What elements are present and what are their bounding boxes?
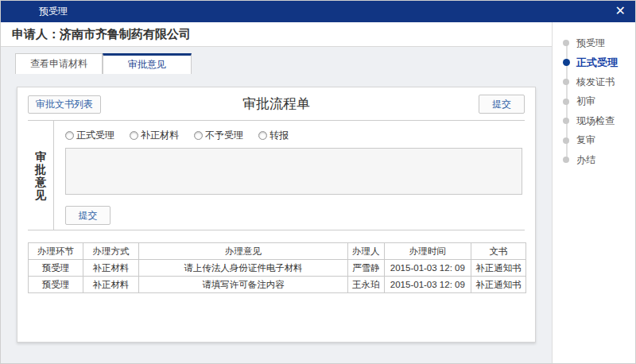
col-header-mode: 办理方式	[83, 243, 138, 260]
step-completed[interactable]: 办结	[553, 150, 635, 170]
step-dot-icon	[563, 137, 569, 144]
step-dot-icon	[563, 59, 570, 66]
cell-doc: 补正通知书	[471, 260, 526, 277]
tab-bar: 查看申请材料 审批意见	[15, 53, 192, 74]
col-header-step: 办理环节	[29, 243, 83, 260]
approval-flow-card: 审批文书列表 审批流程单 提交 审 批 意 见 正式受理 补正材料	[17, 87, 536, 343]
step-dot-icon	[563, 99, 569, 105]
step-dot-icon	[563, 118, 569, 124]
step-re-review[interactable]: 复审	[553, 131, 635, 151]
cell-step: 预受理	[29, 260, 83, 277]
cell-person: 王永珀	[347, 277, 384, 293]
cell-mode: 补正材料	[83, 277, 138, 293]
opinion-textarea[interactable]	[65, 148, 522, 195]
cell-doc: 补正通知书	[471, 277, 526, 293]
radio-supplement-materials[interactable]: 补正材料	[130, 129, 179, 142]
submit-opinion-button[interactable]: 提交	[65, 206, 111, 225]
decision-radio-row: 正式受理 补正材料 不予受理 转报	[65, 130, 522, 141]
col-header-opinion: 办理意见	[138, 243, 347, 260]
opinion-form: 正式受理 补正材料 不予受理 转报 提交	[55, 121, 525, 230]
dialog-title: 预受理	[1, 1, 635, 22]
card-title: 审批流程单	[28, 87, 525, 121]
cell-time: 2015-01-03 12: 09	[384, 260, 471, 277]
card-header: 审批文书列表 审批流程单 提交	[28, 87, 525, 121]
dialog-titlebar: 预受理 ✕	[1, 1, 635, 22]
opinion-section-label: 审 批 意 见	[28, 121, 54, 230]
col-header-doc: 文书	[471, 243, 526, 260]
approval-log-table: 办理环节 办理方式 办理意见 办理人 办理时间 文书 预受理 补正材料 请上传法…	[28, 242, 526, 293]
table-header-row: 办理环节 办理方式 办理意见 办理人 办理时间 文书	[29, 243, 526, 260]
applicant-header: 申请人：济南市齐鲁制药有限公司	[1, 22, 553, 47]
tab-approval-opinion[interactable]: 审批意见	[103, 53, 192, 74]
step-dot-icon	[563, 157, 569, 163]
cell-step: 预受理	[29, 277, 83, 293]
cell-opinion: 请填写许可备注内容	[138, 277, 347, 293]
table-row: 预受理 补正材料 请上传法人身份证件电子材料 严雪静 2015-01-03 12…	[29, 260, 526, 277]
step-pre-acceptance[interactable]: 预受理	[553, 33, 635, 53]
radio-icon[interactable]	[65, 131, 74, 140]
col-header-time: 办理时间	[384, 243, 471, 260]
opinion-form-region: 审 批 意 见 正式受理 补正材料 不予受理	[28, 121, 525, 230]
step-dot-icon	[563, 40, 569, 46]
cell-person: 严雪静	[347, 260, 384, 277]
cell-time: 2015-01-03 12: 09	[384, 277, 471, 293]
step-initial-review[interactable]: 初审	[553, 92, 635, 112]
applicant-name: 申请人：济南市齐鲁制药有限公司	[1, 22, 553, 46]
cell-opinion: 请上传法人身份证件电子材料	[138, 260, 347, 277]
col-header-person: 办理人	[347, 243, 384, 260]
close-icon[interactable]: ✕	[615, 1, 626, 22]
step-formal-acceptance[interactable]: 正式受理	[553, 53, 635, 73]
radio-icon[interactable]	[258, 131, 267, 140]
radio-icon[interactable]	[130, 131, 138, 140]
approval-doc-list-button[interactable]: 审批文书列表	[28, 95, 101, 114]
tab-view-materials[interactable]: 查看申请材料	[15, 53, 103, 74]
step-issue-certificate[interactable]: 核发证书	[553, 72, 635, 92]
radio-reject-acceptance[interactable]: 不予受理	[194, 129, 243, 142]
submit-top-button[interactable]: 提交	[479, 95, 525, 114]
step-site-inspection[interactable]: 现场检查	[553, 111, 635, 131]
radio-formal-acceptance[interactable]: 正式受理	[65, 129, 114, 142]
process-steps-sidebar: 预受理 正式受理 核发证书 初审 现场检查 复审 办结	[552, 22, 635, 363]
step-dot-icon	[563, 79, 569, 85]
table-row: 预受理 补正材料 请填写许可备注内容 王永珀 2015-01-03 12: 09…	[29, 277, 526, 293]
radio-forward[interactable]: 转报	[258, 129, 289, 142]
radio-icon[interactable]	[194, 131, 203, 140]
cell-mode: 补正材料	[83, 260, 138, 277]
